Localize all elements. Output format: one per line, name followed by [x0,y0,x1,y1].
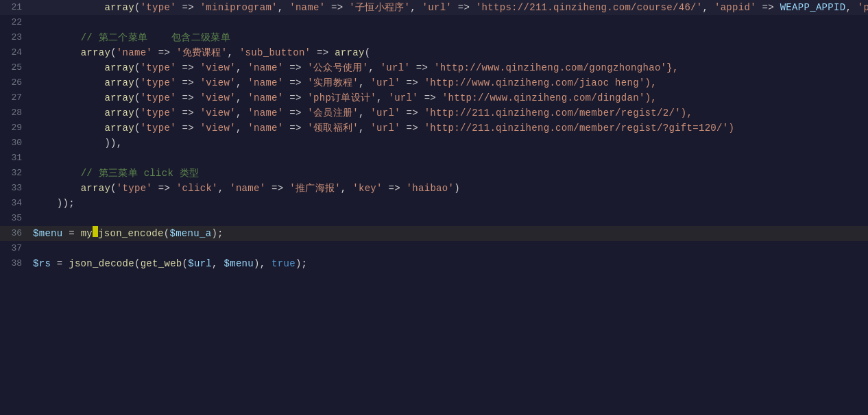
line-content: array('type' => 'view', 'name' => '公众号使用… [33,60,868,75]
code-token-str: 'type' [141,77,176,88]
code-token-var: $rs [33,258,51,269]
code-token-chinese: '领取福利' [307,123,359,134]
code-token-op: => [410,62,434,73]
code-token-str: 'url' [370,108,400,118]
code-token-op: => [400,123,424,134]
code-line: 35 [0,211,868,226]
line-content: array('type' => 'view', 'name' => '会员注册'… [33,105,868,121]
code-token-fn: array [81,47,111,58]
code-token-indent [33,168,81,179]
line-number: 29 [0,121,33,136]
code-token-punc: ), [254,258,272,269]
code-editor: 21 array('type' => 'miniprogram', 'name'… [0,0,868,415]
code-token-op: , [845,2,857,13]
code-token-var: $menu [224,258,254,269]
code-token-op: , [359,108,370,118]
code-token-op: => [176,108,200,118]
code-token-chinese: '实用教程' [307,77,359,88]
code-line: 28 array('type' => 'view', 'name' => '会员… [0,105,868,121]
code-line: 24 array('name' => '免费课程', 'sub_button' … [0,45,868,60]
line-content: // 第二个菜单 包含二级菜单 [33,30,868,45]
code-token-op: => [284,77,308,88]
code-token-str: 'key' [352,183,383,194]
code-token-str: 'name' [248,123,283,134]
code-token-op: => [265,183,289,194]
line-number: 36 [0,226,33,241]
code-token-chinese: 'php订单设计' [307,92,376,103]
code-container: 21 array('type' => 'miniprogram', 'name'… [0,0,868,415]
code-token-op: , [359,77,370,88]
line-number: 28 [0,105,33,121]
code-token-str: 'http://www.qinziheng.com/dingdan'), [442,92,657,103]
code-token-fn: my [81,228,93,239]
code-token-str: 'name' [230,183,265,194]
line-number: 23 [0,30,33,45]
code-token-fn: array [81,183,111,194]
code-token-var: $menu [33,228,63,239]
code-token-str: 'url' [370,123,400,134]
code-token-str: 'click' [176,183,218,194]
code-token-str: 'name' [248,92,283,103]
code-token-str: 'http://www.qinziheng.com/jiaoc heng'), [424,77,657,88]
code-token-str: 'name' [248,108,283,118]
code-token-fn: array [104,2,134,13]
line-number: 38 [0,256,33,271]
code-token-str: 'sub_button' [239,47,311,58]
code-line: 38$rs = json_decode(get_web($url, $menu)… [0,256,868,271]
line-number: 30 [0,136,33,151]
code-line: 37 [0,241,868,256]
code-line: 23 // 第二个菜单 包含二级菜单 [0,30,868,45]
code-token-op: , [236,108,248,118]
code-token-op: , [368,62,380,73]
code-token-str: 'type' [117,183,152,194]
code-token-chinese: '会员注册' [307,108,359,118]
code-token-var: WEAPP_APPID [780,2,846,13]
code-token-indent [33,183,81,194]
line-number: 21 [0,0,33,15]
code-token-str: 'haibao' [407,183,455,194]
code-token-punc: ( [134,77,141,88]
code-token-op: => [418,92,442,103]
code-token-indent [33,77,104,88]
line-number: 35 [0,211,33,226]
code-token-str: 'view' [200,123,236,134]
code-token-indent [33,123,104,134]
code-token-op: => [176,123,200,134]
code-token-op: => [284,123,308,134]
code-line: 30 )), [0,136,868,151]
code-token-op: , [236,62,248,73]
code-token-op: , [236,123,248,134]
code-token-op: = [63,228,81,239]
code-token-indent [33,92,104,103]
code-token-op: , [703,2,714,13]
code-line: 22 [0,15,868,30]
line-number: 31 [0,151,33,166]
code-token-punc: ( [110,47,117,58]
line-content: array('type' => 'view', 'name' => '领取福利'… [33,121,868,136]
code-token-op: => [383,183,407,194]
line-number: 34 [0,196,33,211]
code-token-var: $url [188,258,212,269]
code-token-punc: ); [296,258,307,269]
code-token-op: , [212,258,224,269]
code-token-fn: json_encode [98,228,164,239]
line-number: 25 [0,60,33,75]
code-token-op: , [410,2,422,13]
code-token-punc: ( [134,2,141,13]
line-content: )), [33,136,868,151]
code-token-str: 'view' [200,77,236,88]
code-token-op: => [400,108,424,118]
line-number: 22 [0,15,33,30]
code-token-comment: // 第三菜单 click 类型 [81,168,200,179]
code-token-op: => [152,47,176,58]
line-content: array('type' => 'view', 'name' => '实用教程'… [33,75,868,90]
code-token-punc: )), [104,138,122,149]
code-token-op: => [284,108,308,118]
line-content: array('name' => '免费课程', 'sub_button' => … [33,45,868,60]
code-token-str: 'view' [200,62,236,73]
code-token-op: => [400,77,424,88]
line-content: $rs = json_decode(get_web($url, $menu), … [33,256,868,271]
code-token-fn: array [104,77,134,88]
line-content: )); [33,196,868,211]
code-token-op: => [176,77,200,88]
